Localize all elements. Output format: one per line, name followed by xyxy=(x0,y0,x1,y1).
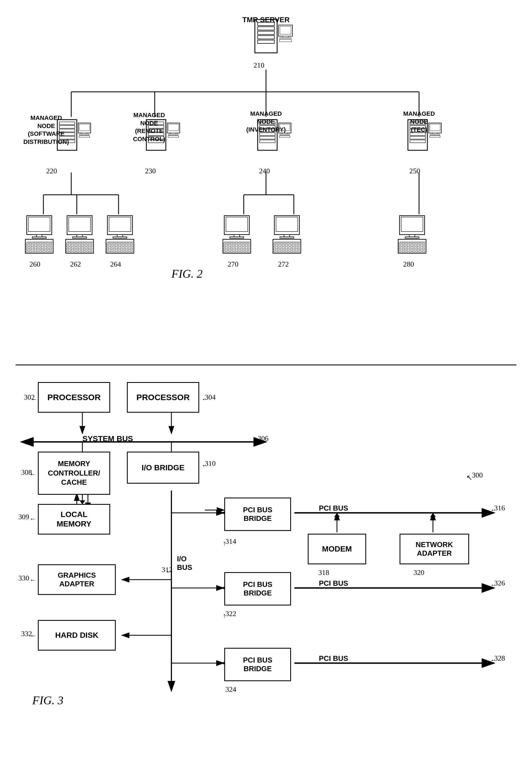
pci-bus-bridge-2-box: PCI BUS BRIDGE xyxy=(224,572,291,605)
io-bridge-box: I/O BRIDGE xyxy=(127,452,199,484)
svg-rect-113 xyxy=(67,216,92,235)
fig3-title: FIG. 3 xyxy=(32,694,63,707)
tmr-server-ref: 210 xyxy=(253,61,264,70)
client-260-ref: 260 xyxy=(29,260,40,268)
svg-rect-34 xyxy=(78,123,91,133)
client-264-icon xyxy=(105,214,149,260)
svg-rect-151 xyxy=(107,216,132,235)
svg-marker-322 xyxy=(334,513,340,517)
svg-rect-115 xyxy=(77,235,83,237)
modem-ref: 318 xyxy=(318,568,329,577)
svg-rect-26 xyxy=(279,40,292,42)
fig2-title: FIG. 2 xyxy=(171,267,203,281)
client-272-ref: 272 xyxy=(278,260,289,268)
svg-rect-78 xyxy=(32,237,46,238)
svg-rect-24 xyxy=(283,36,288,38)
graphics-adapter-ref: 330 xyxy=(18,574,29,582)
memory-controller-box: MEMORY CONTROLLER/ CACHE xyxy=(38,452,110,495)
graphics-adapter-box: GRAPHICS ADAPTER xyxy=(38,564,116,595)
svg-rect-116 xyxy=(73,237,86,238)
svg-rect-74 xyxy=(430,136,440,137)
node-230-label: MANAGEDNODE(REMOTECONTROL) xyxy=(124,111,174,143)
pci-bus-2-label: PCI BUS xyxy=(319,579,348,588)
network-adapter-box: NETWORK ADAPTER xyxy=(400,534,469,564)
pci-bus-bridge-3-box: PCI BUS BRIDGE xyxy=(224,648,291,681)
pci-bus-bridge-2-ref: 322 xyxy=(225,610,236,618)
processor-302-box: PROCESSOR xyxy=(38,382,110,413)
node-220-ref: 220 xyxy=(46,167,57,175)
svg-rect-38 xyxy=(79,136,89,137)
svg-rect-230 xyxy=(280,237,294,238)
svg-rect-227 xyxy=(274,216,299,235)
pci-bus-3-label: PCI BUS xyxy=(319,654,348,663)
client-272-icon xyxy=(272,214,316,260)
processor-304-box: PROCESSOR xyxy=(127,382,199,413)
node-250-label: MANAGEDNODE(TEC) xyxy=(397,110,441,134)
fig3-diagram: PROCESSOR 302 ← PROCESSOR 304 ← SYSTEM B… xyxy=(16,371,516,755)
local-memory-ref: 309 xyxy=(18,513,29,521)
local-memory-box: LOCAL MEMORY xyxy=(38,504,110,534)
client-260-icon xyxy=(24,214,68,260)
fig3-main-ref: 300 xyxy=(472,471,483,479)
pci-bus-bridge-1-ref: 314 xyxy=(225,537,236,546)
system-bus-label: SYSTEM BUS xyxy=(83,434,133,443)
tmr-server-icon xyxy=(238,17,294,74)
svg-marker-324 xyxy=(430,513,436,517)
client-270-ref: 270 xyxy=(228,260,239,268)
network-adapter-ref: 320 xyxy=(414,568,424,577)
svg-rect-37 xyxy=(80,134,89,135)
node-230-ref: 230 xyxy=(145,167,156,175)
svg-rect-189 xyxy=(224,216,249,235)
svg-rect-73 xyxy=(430,134,440,135)
svg-rect-75 xyxy=(27,216,52,235)
svg-rect-268 xyxy=(405,237,419,238)
client-270-icon xyxy=(221,214,266,260)
pci-bus-1-label: PCI BUS xyxy=(319,504,348,513)
svg-rect-153 xyxy=(117,235,123,237)
svg-rect-267 xyxy=(409,235,415,237)
svg-rect-22 xyxy=(279,25,292,36)
svg-rect-265 xyxy=(400,216,425,235)
svg-rect-191 xyxy=(234,235,240,237)
svg-rect-36 xyxy=(82,133,87,134)
svg-rect-192 xyxy=(230,237,244,238)
tmr-server-label: TMR SERVER xyxy=(241,16,291,24)
node-220-label: MANAGEDNODE(SOFTWAREDISTRIBUTION) xyxy=(21,114,71,146)
svg-rect-229 xyxy=(284,235,290,237)
node-240-label: MANAGEDNODE(INVENTORY) xyxy=(238,110,294,134)
svg-rect-25 xyxy=(280,38,291,39)
modem-box: MODEM xyxy=(308,534,366,564)
client-280-icon xyxy=(397,214,441,260)
hard-disk-box: HARD DISK xyxy=(38,620,116,651)
svg-rect-77 xyxy=(36,235,42,237)
client-264-ref: 264 xyxy=(110,260,121,268)
pci-bus-bridge-3-ref: 324 xyxy=(225,685,236,694)
node-250-ref: 250 xyxy=(409,167,420,175)
svg-rect-154 xyxy=(113,237,127,238)
client-262-icon xyxy=(64,214,109,260)
node-240-ref: 240 xyxy=(259,167,270,175)
pci-bus-bridge-1-box: PCI BUS BRIDGE xyxy=(224,498,291,531)
svg-rect-61 xyxy=(280,134,289,135)
client-280-ref: 280 xyxy=(403,260,414,268)
fig2-diagram: TMR SERVER 210 MANAGEDNODE(SOFTWAREDISTR… xyxy=(16,11,516,362)
client-262-ref: 262 xyxy=(70,260,81,268)
io-bus-label: I/OBUS xyxy=(177,555,192,572)
svg-rect-62 xyxy=(279,136,290,137)
svg-rect-16 xyxy=(255,19,277,53)
